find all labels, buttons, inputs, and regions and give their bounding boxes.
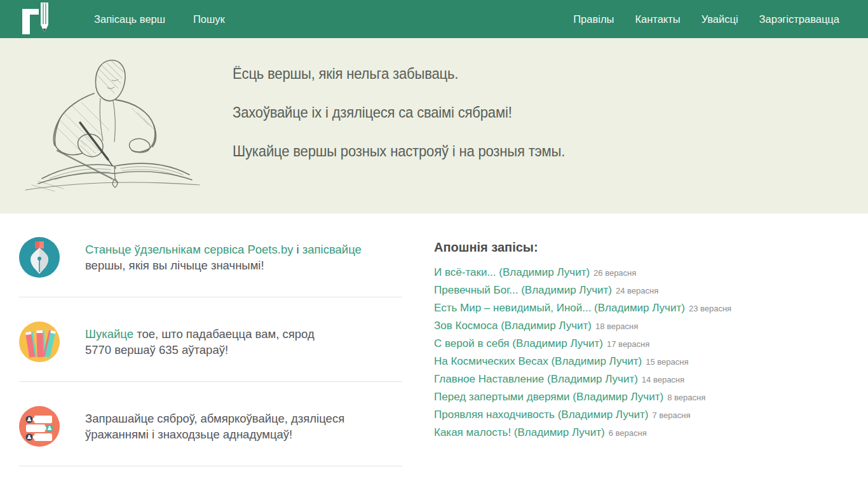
- hero-section: Ёсць вершы, якія нельга забываць. Захоўв…: [0, 38, 868, 214]
- brand-logo[interactable]: [21, 1, 51, 37]
- nav-left: Запісаць верш Пошук: [94, 0, 225, 38]
- books-icon: [19, 322, 60, 362]
- navbar: Запісаць верш Пошук Правілы Кантакты Ува…: [0, 0, 868, 38]
- write-poems-link[interactable]: запісвайце: [302, 243, 362, 256]
- recent-post-link[interactable]: Перед запертыми дверями (Владимир Лучит): [434, 391, 663, 403]
- recent-post-date: 23 верасня: [689, 304, 731, 313]
- nav-item-contacts[interactable]: Кантакты: [635, 0, 680, 38]
- recent-post-date: 6 верасня: [609, 428, 647, 438]
- hero-text: Ёсць вершы, якія нельга забываць. Захоўв…: [233, 65, 602, 181]
- feature-search-text: Шукайце тое, што падабаецца вам, сярод 5…: [85, 326, 315, 358]
- nav-item-login[interactable]: Увайсці: [702, 0, 738, 38]
- recent-posts-list: И всё-таки... (Владимир Лучит)26 верасня…: [434, 264, 731, 442]
- recent-post-date: 8 верасня: [667, 393, 705, 402]
- list-item: Зов Космоса (Владимир Лучит)18 верасня: [434, 317, 731, 335]
- chat-bubbles-icon: [19, 406, 60, 447]
- feature-join-mid: і: [293, 243, 302, 256]
- feature-discuss: Запрашайце сяброў, абмяркоўвайце, дзяліц…: [19, 402, 402, 466]
- recent-post-link[interactable]: И всё-таки... (Владимир Лучит): [434, 266, 590, 278]
- recent-post-date: 18 верасня: [595, 322, 638, 331]
- recent-posts-title: Апошнія запісы:: [434, 240, 731, 255]
- nav-item-register[interactable]: Зарэгістравацца: [759, 0, 839, 38]
- join-service-link[interactable]: Станьце ўдзельнікам сервіса Poets.by: [85, 243, 293, 256]
- recent-post-date: 7 верасня: [653, 410, 691, 420]
- list-item: Есть Мир – невидимый, Иной... (Владимир …: [434, 299, 731, 317]
- nav-right: Правілы Кантакты Увайсці Зарэгістравацца: [573, 0, 839, 38]
- recent-post-date: 14 верасня: [642, 375, 684, 384]
- feature-join-text: Станьце ўдзельнікам сервіса Poets.by і з…: [85, 241, 362, 273]
- recent-post-date: 26 верасня: [593, 268, 636, 278]
- nav-item-write-poem[interactable]: Запісаць верш: [94, 0, 165, 38]
- feature-discuss-text: Запрашайце сяброў, абмяркоўвайце, дзяліц…: [85, 410, 344, 442]
- list-item: Главное Наставление (Владимир Лучит)14 в…: [434, 370, 731, 388]
- recent-post-date: 15 верасня: [646, 357, 688, 367]
- recent-post-link[interactable]: Есть Мир – невидимый, Иной... (Владимир …: [434, 302, 685, 314]
- recent-post-link[interactable]: Главное Наставление (Владимир Лучит): [434, 373, 638, 385]
- recent-post-link[interactable]: Превечный Бог... (Владимир Лучит): [434, 284, 612, 296]
- pen-letter-p-logo-icon: [21, 1, 51, 37]
- pen-nib-icon: [19, 237, 60, 278]
- writer-sketch-image: [19, 54, 203, 203]
- list-item: Проявляя находчивость (Владимир Лучит)7 …: [434, 406, 731, 424]
- feature-join: Станьце ўдзельнікам сервіса Poets.by і з…: [19, 233, 402, 297]
- nav-item-rules[interactable]: Правілы: [573, 0, 614, 38]
- list-item: С верой в себя (Владимир Лучит)17 верасн…: [434, 335, 731, 353]
- recent-post-link[interactable]: Зов Космоса (Владимир Лучит): [434, 320, 592, 332]
- feature-discuss-rest: Запрашайце сяброў, абмяркоўвайце, дзяліц…: [85, 412, 344, 441]
- feature-search: Шукайце тое, што падабаецца вам, сярод 5…: [19, 317, 402, 382]
- hero-line-1: Ёсць вершы, якія нельга забываць.: [233, 65, 565, 83]
- list-item: На Космических Весах (Владимир Лучит)15 …: [434, 353, 731, 370]
- list-item: Превечный Бог... (Владимир Лучит)24 вера…: [434, 281, 731, 299]
- recent-post-link[interactable]: На Космических Весах (Владимир Лучит): [434, 355, 642, 367]
- hero-line-2: Захоўвайце іх і дзяліцеся са сваімі сябр…: [233, 104, 565, 121]
- recent-post-link[interactable]: Проявляя находчивость (Владимир Лучит): [434, 409, 649, 421]
- feature-join-rest: вершы, якія вы лічыце значнымі!: [85, 259, 264, 272]
- recent-post-link[interactable]: Какая малость! (Владимир Лучит): [434, 426, 605, 438]
- hero-line-3: Шукайце вершы розных настрояў і на розны…: [233, 142, 565, 160]
- recent-post-date: 24 верасня: [616, 286, 658, 295]
- recent-post-link[interactable]: С верой в себя (Владимир Лучит): [434, 337, 603, 349]
- list-item: И всё-таки... (Владимир Лучит)26 верасня: [434, 264, 731, 281]
- list-item: Какая малость! (Владимир Лучит)6 верасня: [434, 424, 731, 442]
- recent-post-date: 17 верасня: [607, 339, 649, 349]
- main-content: Станьце ўдзельнікам сервіса Poets.by і з…: [0, 214, 868, 486]
- list-item: Перед запертыми дверями (Владимир Лучит)…: [434, 388, 731, 406]
- nav-item-search[interactable]: Пошук: [193, 0, 225, 38]
- search-poems-link[interactable]: Шукайце: [85, 327, 133, 341]
- features-column: Станьце ўдзельнікам сервіса Poets.by і з…: [19, 233, 402, 486]
- recent-posts-column: Апошнія запісы: И всё-таки... (Владимир …: [434, 233, 731, 442]
